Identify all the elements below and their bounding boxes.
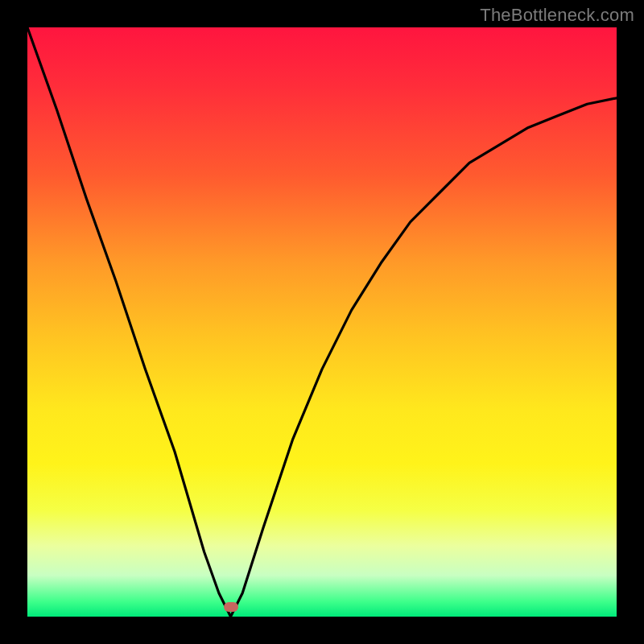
plot-area [27, 27, 617, 617]
attribution-text: TheBottleneck.com [480, 5, 634, 26]
chart-stage: TheBottleneck.com [0, 0, 644, 644]
optimum-marker [224, 602, 238, 612]
bottleneck-curve [27, 27, 617, 617]
